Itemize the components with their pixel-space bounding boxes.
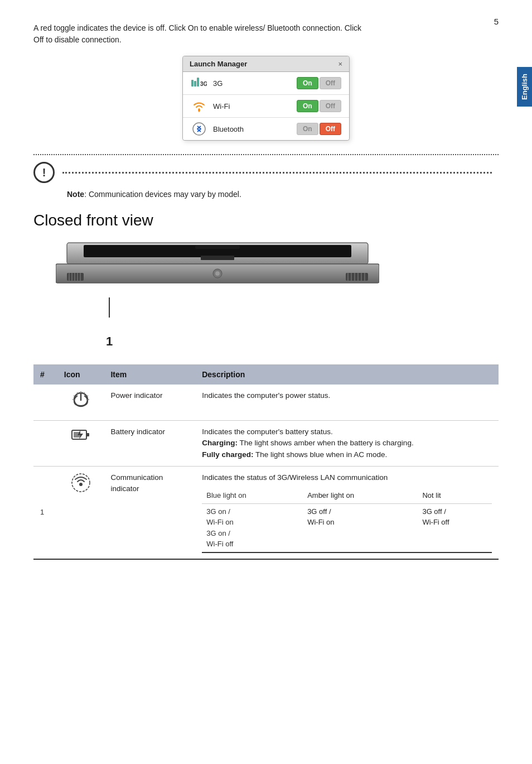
item-battery: Battery indicator bbox=[104, 421, 195, 467]
bluetooth-off-button[interactable]: Off bbox=[320, 123, 341, 135]
sub-table-data-row: 3G on /Wi-Fi on3G on /Wi-Fi off 3G off /… bbox=[202, 503, 492, 552]
laptop-marker: 1 bbox=[106, 297, 113, 349]
note-icon: ! bbox=[33, 162, 55, 183]
sub-cell-amber-data: 3G off /Wi-Fi on bbox=[303, 503, 418, 552]
comm-sub-table: Blue light on Amber light on Not lit 3G … bbox=[202, 488, 492, 553]
laptop-svg bbox=[56, 239, 379, 295]
bluetooth-icon bbox=[191, 122, 207, 136]
row-number-battery bbox=[33, 421, 57, 467]
svg-marker-38 bbox=[78, 430, 83, 439]
sub-col-blue: Blue light on bbox=[202, 488, 303, 503]
dialog-row-3g: 3G 3G On Off bbox=[183, 72, 349, 95]
page-number: 5 bbox=[494, 17, 499, 26]
data-table: # Icon Item Description bbox=[33, 364, 499, 560]
marker-vertical-line bbox=[109, 297, 110, 318]
wifi-on-button[interactable]: On bbox=[297, 100, 318, 112]
svg-rect-0 bbox=[191, 80, 194, 87]
sub-cell-blue-data: 3G on /Wi-Fi on3G on /Wi-Fi off bbox=[202, 503, 303, 552]
sidebar-language-tab: English bbox=[517, 67, 532, 107]
desc-battery: Indicates the computer's battery status.… bbox=[195, 421, 499, 467]
dialog-close-button[interactable]: × bbox=[338, 60, 342, 68]
intro-text: A red toggle indicates the device is off… bbox=[33, 22, 368, 46]
sub-cell-notlit-data: 3G off /Wi-Fi off bbox=[418, 503, 492, 552]
svg-text:3G: 3G bbox=[200, 81, 207, 87]
dialog-wrapper: Launch Manager × 3G 3G On Off bbox=[33, 56, 499, 141]
3g-label: 3G bbox=[213, 79, 297, 88]
item-power: Power indicator bbox=[104, 385, 195, 421]
3g-toggle[interactable]: On Off bbox=[297, 77, 341, 89]
row-number-comm: 1 bbox=[33, 466, 57, 559]
wifi-label: Wi-Fi bbox=[213, 102, 297, 110]
laptop-diagram bbox=[56, 239, 379, 295]
svg-point-26 bbox=[215, 271, 220, 276]
comm-icon bbox=[70, 472, 91, 493]
wifi-toggle[interactable]: On Off bbox=[297, 100, 341, 112]
sub-col-notlit: Not lit bbox=[418, 488, 492, 503]
svg-line-30 bbox=[87, 396, 88, 396]
dotted-line-left bbox=[62, 172, 492, 174]
col-header-icon: Icon bbox=[57, 364, 104, 385]
svg-line-33 bbox=[74, 396, 75, 396]
bluetooth-label: Bluetooth bbox=[213, 125, 297, 133]
svg-rect-1 bbox=[194, 81, 196, 87]
section-title: Closed front view bbox=[33, 212, 499, 229]
note-text: Note: Communication devices may vary by … bbox=[67, 190, 241, 199]
3g-off-button[interactable]: Off bbox=[320, 77, 341, 89]
desc-power: Indicates the computer's power status. bbox=[195, 385, 499, 421]
dialog-row-wifi: Wi-Fi On Off bbox=[183, 95, 349, 118]
wifi-icon bbox=[191, 99, 207, 113]
svg-point-6 bbox=[193, 123, 205, 135]
launch-manager-dialog: Launch Manager × 3G 3G On Off bbox=[182, 56, 350, 141]
laptop-area: 1 bbox=[33, 239, 499, 349]
3g-on-button[interactable]: On bbox=[297, 77, 318, 89]
svg-rect-36 bbox=[86, 433, 89, 436]
svg-point-39 bbox=[79, 483, 83, 486]
power-icon-cell bbox=[57, 385, 104, 421]
bluetooth-on-button[interactable]: On bbox=[297, 123, 318, 135]
item-comm: Communicationindicator bbox=[104, 466, 195, 559]
laptop-number: 1 bbox=[106, 334, 113, 349]
col-header-number: # bbox=[33, 364, 57, 385]
dialog-row-bluetooth: Bluetooth On Off bbox=[183, 118, 349, 140]
svg-rect-9 bbox=[195, 246, 240, 249]
table-row: 1 Communicationindicator Indicates the s… bbox=[33, 466, 499, 559]
battery-icon-cell bbox=[57, 421, 104, 467]
bluetooth-toggle[interactable]: On Off bbox=[297, 123, 341, 135]
svg-rect-10 bbox=[201, 256, 234, 260]
sub-col-amber: Amber light on bbox=[303, 488, 418, 503]
comm-icon-cell bbox=[57, 466, 104, 559]
table-row: Power indicator Indicates the computer's… bbox=[33, 385, 499, 421]
battery-icon bbox=[71, 426, 91, 443]
col-header-description: Description bbox=[195, 364, 499, 385]
col-header-item: Item bbox=[104, 364, 195, 385]
svg-rect-2 bbox=[197, 78, 199, 87]
power-icon bbox=[71, 397, 90, 412]
note-text-area: Note: Communication devices may vary by … bbox=[67, 189, 499, 200]
sub-table-header-row: Blue light on Amber light on Not lit bbox=[202, 488, 492, 503]
wifi-off-button[interactable]: Off bbox=[320, 100, 341, 112]
note-box: ! bbox=[33, 154, 499, 183]
row-number bbox=[33, 385, 57, 421]
desc-comm: Indicates the status of 3G/Wireless LAN … bbox=[195, 466, 499, 559]
dialog-title: Launch Manager bbox=[190, 60, 247, 68]
marker-line-group: 1 bbox=[106, 297, 113, 349]
dialog-header: Launch Manager × bbox=[183, 56, 349, 72]
svg-point-5 bbox=[199, 110, 200, 112]
table-header-row: # Icon Item Description bbox=[33, 364, 499, 385]
3g-icon: 3G bbox=[191, 76, 207, 90]
table-row: Battery indicator Indicates the computer… bbox=[33, 421, 499, 467]
